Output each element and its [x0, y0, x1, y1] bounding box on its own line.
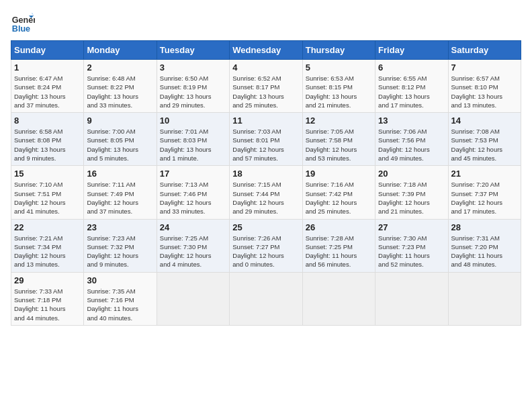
day-info: Sunrise: 6:50 AM Sunset: 8:19 PM Dayligh…: [160, 74, 226, 109]
calendar-cell: [157, 272, 229, 325]
day-info: Sunrise: 6:52 AM Sunset: 8:17 PM Dayligh…: [232, 74, 299, 109]
day-number: 1: [14, 62, 81, 73]
calendar-cell: 19Sunrise: 7:16 AM Sunset: 7:42 PM Dayli…: [302, 166, 375, 219]
day-info: Sunrise: 7:25 AM Sunset: 7:30 PM Dayligh…: [160, 234, 226, 269]
day-info: Sunrise: 7:15 AM Sunset: 7:44 PM Dayligh…: [232, 180, 299, 216]
day-info: Sunrise: 6:57 AM Sunset: 8:10 PM Dayligh…: [451, 74, 518, 109]
calendar-cell: 18Sunrise: 7:15 AM Sunset: 7:44 PM Dayli…: [230, 166, 302, 219]
calendar-cell: 22Sunrise: 7:21 AM Sunset: 7:34 PM Dayli…: [11, 219, 84, 272]
day-info: Sunrise: 7:03 AM Sunset: 8:01 PM Dayligh…: [232, 127, 299, 163]
calendar-week-row: 15Sunrise: 7:10 AM Sunset: 7:51 PM Dayli…: [11, 166, 521, 219]
calendar-cell: [448, 272, 521, 325]
calendar-header: SundayMondayTuesdayWednesdayThursdayFrid…: [11, 41, 521, 60]
calendar-cell: 29Sunrise: 7:33 AM Sunset: 7:18 PM Dayli…: [11, 272, 84, 325]
day-info: Sunrise: 7:01 AM Sunset: 8:03 PM Dayligh…: [160, 127, 226, 163]
day-info: Sunrise: 7:00 AM Sunset: 8:05 PM Dayligh…: [87, 127, 153, 163]
calendar-cell: 6Sunrise: 6:55 AM Sunset: 8:12 PM Daylig…: [375, 60, 448, 113]
day-number: 4: [232, 62, 299, 73]
calendar-cell: [302, 272, 375, 325]
day-number: 7: [451, 62, 518, 73]
day-number: 24: [160, 222, 226, 232]
day-number: 29: [14, 275, 81, 285]
calendar-cell: 11Sunrise: 7:03 AM Sunset: 8:01 PM Dayli…: [230, 113, 302, 166]
day-info: Sunrise: 7:20 AM Sunset: 7:37 PM Dayligh…: [451, 180, 518, 216]
day-number: 27: [378, 222, 445, 232]
day-info: Sunrise: 7:28 AM Sunset: 7:25 PM Dayligh…: [306, 234, 372, 269]
calendar-cell: 23Sunrise: 7:23 AM Sunset: 7:32 PM Dayli…: [84, 219, 157, 272]
day-number: 10: [160, 116, 226, 126]
calendar-cell: 8Sunrise: 6:58 AM Sunset: 8:08 PM Daylig…: [11, 113, 84, 166]
day-number: 13: [378, 116, 445, 126]
calendar-cell: 15Sunrise: 7:10 AM Sunset: 7:51 PM Dayli…: [11, 166, 84, 219]
header-day: Sunday: [11, 41, 84, 60]
day-info: Sunrise: 7:18 AM Sunset: 7:39 PM Dayligh…: [378, 180, 445, 216]
day-info: Sunrise: 7:35 AM Sunset: 7:16 PM Dayligh…: [87, 287, 153, 322]
calendar-cell: 20Sunrise: 7:18 AM Sunset: 7:39 PM Dayli…: [375, 166, 448, 219]
day-info: Sunrise: 7:31 AM Sunset: 7:20 PM Dayligh…: [451, 234, 518, 269]
day-number: 21: [451, 169, 518, 179]
day-number: 11: [232, 116, 299, 126]
day-info: Sunrise: 7:23 AM Sunset: 7:32 PM Dayligh…: [87, 234, 153, 269]
calendar-week-row: 1Sunrise: 6:47 AM Sunset: 8:24 PM Daylig…: [11, 60, 521, 113]
day-info: Sunrise: 7:13 AM Sunset: 7:46 PM Dayligh…: [160, 180, 226, 216]
header-day: Saturday: [448, 41, 521, 60]
day-number: 3: [160, 62, 226, 73]
day-info: Sunrise: 7:33 AM Sunset: 7:18 PM Dayligh…: [14, 287, 81, 322]
calendar-cell: 5Sunrise: 6:53 AM Sunset: 8:15 PM Daylig…: [302, 60, 375, 113]
calendar-cell: 28Sunrise: 7:31 AM Sunset: 7:20 PM Dayli…: [448, 219, 521, 272]
header-day: Thursday: [302, 41, 375, 60]
day-info: Sunrise: 7:05 AM Sunset: 7:58 PM Dayligh…: [306, 127, 372, 163]
day-info: Sunrise: 7:30 AM Sunset: 7:23 PM Dayligh…: [378, 234, 445, 269]
day-number: 15: [14, 169, 81, 179]
day-number: 5: [306, 62, 372, 73]
logo: General Blue: [11, 11, 35, 35]
day-info: Sunrise: 7:16 AM Sunset: 7:42 PM Dayligh…: [306, 180, 372, 216]
calendar-table: SundayMondayTuesdayWednesdayThursdayFrid…: [11, 40, 521, 326]
calendar-cell: 30Sunrise: 7:35 AM Sunset: 7:16 PM Dayli…: [84, 272, 157, 325]
day-number: 19: [306, 169, 372, 179]
calendar-cell: 7Sunrise: 6:57 AM Sunset: 8:10 PM Daylig…: [448, 60, 521, 113]
day-info: Sunrise: 7:06 AM Sunset: 7:56 PM Dayligh…: [378, 127, 445, 163]
page-header: General Blue: [11, 11, 521, 35]
header-day: Monday: [84, 41, 157, 60]
calendar-cell: 21Sunrise: 7:20 AM Sunset: 7:37 PM Dayli…: [448, 166, 521, 219]
calendar-cell: 10Sunrise: 7:01 AM Sunset: 8:03 PM Dayli…: [157, 113, 229, 166]
day-number: 28: [451, 222, 518, 232]
day-number: 25: [232, 222, 299, 232]
calendar-cell: 24Sunrise: 7:25 AM Sunset: 7:30 PM Dayli…: [157, 219, 229, 272]
calendar-body: 1Sunrise: 6:47 AM Sunset: 8:24 PM Daylig…: [11, 60, 521, 326]
day-number: 20: [378, 169, 445, 179]
calendar-cell: 12Sunrise: 7:05 AM Sunset: 7:58 PM Dayli…: [302, 113, 375, 166]
calendar-cell: 25Sunrise: 7:26 AM Sunset: 7:27 PM Dayli…: [230, 219, 302, 272]
day-number: 9: [87, 116, 153, 126]
calendar-cell: [230, 272, 302, 325]
calendar-week-row: 22Sunrise: 7:21 AM Sunset: 7:34 PM Dayli…: [11, 219, 521, 272]
day-info: Sunrise: 6:47 AM Sunset: 8:24 PM Dayligh…: [14, 74, 81, 109]
logo-icon: General Blue: [11, 11, 35, 35]
calendar-cell: 26Sunrise: 7:28 AM Sunset: 7:25 PM Dayli…: [302, 219, 375, 272]
calendar-cell: 1Sunrise: 6:47 AM Sunset: 8:24 PM Daylig…: [11, 60, 84, 113]
day-info: Sunrise: 7:10 AM Sunset: 7:51 PM Dayligh…: [14, 180, 81, 216]
day-number: 30: [87, 275, 153, 285]
svg-text:Blue: Blue: [12, 24, 30, 34]
day-number: 22: [14, 222, 81, 232]
calendar-week-row: 29Sunrise: 7:33 AM Sunset: 7:18 PM Dayli…: [11, 272, 521, 325]
day-number: 2: [87, 62, 153, 73]
day-info: Sunrise: 6:53 AM Sunset: 8:15 PM Dayligh…: [306, 74, 372, 109]
day-info: Sunrise: 7:26 AM Sunset: 7:27 PM Dayligh…: [232, 234, 299, 269]
calendar-week-row: 8Sunrise: 6:58 AM Sunset: 8:08 PM Daylig…: [11, 113, 521, 166]
day-number: 12: [306, 116, 372, 126]
day-number: 8: [14, 116, 81, 126]
calendar-cell: 13Sunrise: 7:06 AM Sunset: 7:56 PM Dayli…: [375, 113, 448, 166]
calendar-cell: [375, 272, 448, 325]
day-info: Sunrise: 7:08 AM Sunset: 7:53 PM Dayligh…: [451, 127, 518, 163]
calendar-cell: 27Sunrise: 7:30 AM Sunset: 7:23 PM Dayli…: [375, 219, 448, 272]
day-info: Sunrise: 7:21 AM Sunset: 7:34 PM Dayligh…: [14, 234, 81, 269]
day-info: Sunrise: 6:58 AM Sunset: 8:08 PM Dayligh…: [14, 127, 81, 163]
header-day: Wednesday: [230, 41, 302, 60]
calendar-cell: 14Sunrise: 7:08 AM Sunset: 7:53 PM Dayli…: [448, 113, 521, 166]
day-number: 26: [306, 222, 372, 232]
day-info: Sunrise: 6:55 AM Sunset: 8:12 PM Dayligh…: [378, 74, 445, 109]
day-info: Sunrise: 7:11 AM Sunset: 7:49 PM Dayligh…: [87, 180, 153, 216]
day-number: 23: [87, 222, 153, 232]
